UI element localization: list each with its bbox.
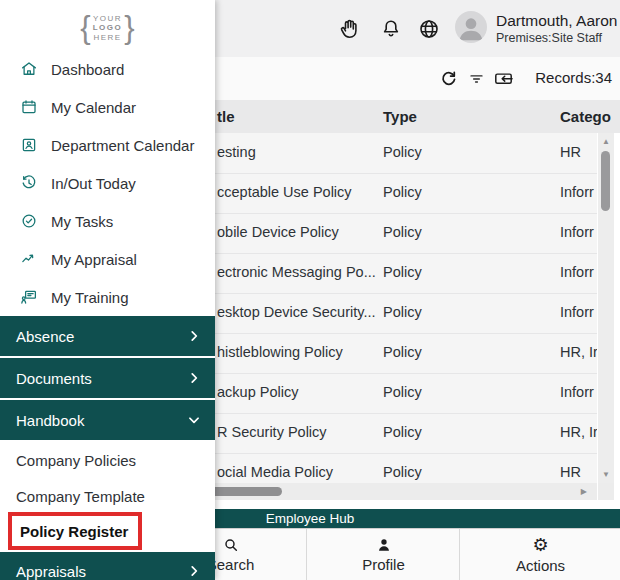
bell-icon[interactable] xyxy=(379,17,403,41)
wave-hand-icon[interactable] xyxy=(338,17,362,41)
profile-icon xyxy=(376,537,392,553)
sidebar-subitem-company-policies[interactable]: Company Policies xyxy=(0,442,215,478)
logo-right-brace: } xyxy=(124,8,134,48)
profile-button[interactable]: Profile xyxy=(306,529,460,580)
cell-title: cceptable Use Policy xyxy=(217,184,352,200)
scroll-up-icon[interactable]: ▲ xyxy=(598,137,614,146)
check-circle-icon xyxy=(20,212,38,230)
actions-button[interactable]: ⚙ Actions xyxy=(459,529,620,580)
cell-type: Policy xyxy=(383,424,422,440)
sidebar-section-appraisals[interactable]: Appraisals xyxy=(0,552,215,580)
user-role: Premises:Site Staff xyxy=(496,31,602,45)
sidebar-menu: { YOUR LOGO HERE } Dashboard My Calen xyxy=(0,0,215,580)
vertical-scrollbar-thumb[interactable] xyxy=(601,151,610,211)
horizontal-scrollbar-thumb[interactable] xyxy=(210,487,282,496)
sidebar-section-handbook[interactable]: Handbook xyxy=(0,400,215,440)
cell-category: HR xyxy=(560,144,581,160)
chevron-down-icon xyxy=(187,413,201,427)
calendar-icon xyxy=(20,98,38,116)
scrollbar-corner xyxy=(598,483,614,500)
sidebar-item-dashboard[interactable]: Dashboard xyxy=(0,50,215,88)
chevron-right-icon xyxy=(187,564,201,578)
cell-category: Inforr xyxy=(560,184,594,200)
cell-title: obile Device Policy xyxy=(217,224,339,240)
import-icon[interactable] xyxy=(493,68,514,89)
cell-title: ocial Media Policy xyxy=(217,464,333,480)
sidebar-item-label: Dashboard xyxy=(51,61,124,78)
sidebar-section-documents[interactable]: Documents xyxy=(0,358,215,398)
profile-button-label: Profile xyxy=(362,556,405,573)
scroll-right-icon[interactable]: ▶ xyxy=(581,487,587,496)
cell-type: Policy xyxy=(383,464,422,480)
cell-type: Policy xyxy=(383,264,422,280)
sidebar-item-label: My Tasks xyxy=(51,213,113,230)
refresh-icon[interactable] xyxy=(438,68,459,89)
cell-type: Policy xyxy=(383,224,422,240)
training-icon xyxy=(20,288,38,306)
cell-category: Inforr xyxy=(560,264,594,280)
search-icon xyxy=(223,537,239,553)
cell-type: Policy xyxy=(383,344,422,360)
chevron-right-icon xyxy=(187,329,201,343)
actions-button-label: Actions xyxy=(516,557,565,574)
subitem-label: Company Policies xyxy=(16,452,136,469)
employee-hub-app: Dartmouth, Aaron Premises:Site Staff Rec… xyxy=(0,0,620,580)
logo-left-brace: { xyxy=(80,8,90,48)
cell-type: Policy xyxy=(383,304,422,320)
vertical-scrollbar[interactable]: ▲ ▼ xyxy=(598,133,614,483)
column-header-category[interactable]: Catego xyxy=(560,108,611,125)
cell-category: HR, Ir xyxy=(560,344,597,360)
sidebar-subitem-company-template[interactable]: Company Template xyxy=(0,478,215,514)
records-count: Records:34 xyxy=(535,69,612,86)
cell-type: Policy xyxy=(383,384,422,400)
cell-category: Inforr xyxy=(560,384,594,400)
cell-type: Policy xyxy=(383,144,422,160)
sidebar-item-label: My Appraisal xyxy=(51,251,137,268)
user-avatar[interactable] xyxy=(455,11,487,43)
chevron-right-icon xyxy=(187,371,201,385)
sidebar-item-in-out-today[interactable]: In/Out Today xyxy=(0,164,215,202)
sidebar-item-label: My Training xyxy=(51,289,129,306)
section-label: Absence xyxy=(16,328,187,345)
logo-line: LOGO xyxy=(93,23,123,33)
cell-title: esting xyxy=(217,144,256,160)
cell-title: R Security Policy xyxy=(217,424,327,440)
section-label: Handbook xyxy=(16,412,187,429)
cell-category: HR xyxy=(560,464,581,480)
trend-chart-icon xyxy=(20,250,38,268)
cell-category: HR, Ir xyxy=(560,424,597,440)
column-header-type[interactable]: Type xyxy=(383,108,417,125)
clock-history-icon xyxy=(20,174,38,192)
cell-category: Inforr xyxy=(560,224,594,240)
cell-title: histleblowing Policy xyxy=(217,344,343,360)
sidebar-item-my-calendar[interactable]: My Calendar xyxy=(0,88,215,126)
filter-icon[interactable] xyxy=(466,68,487,89)
sidebar-item-my-training[interactable]: My Training xyxy=(0,278,215,316)
sidebar-section-absence[interactable]: Absence xyxy=(0,316,215,356)
cell-title: ackup Policy xyxy=(217,384,298,400)
sidebar-item-label: My Calendar xyxy=(51,99,136,116)
cell-title: ectronic Messaging Po... xyxy=(217,264,376,280)
user-name[interactable]: Dartmouth, Aaron xyxy=(496,12,617,30)
cell-category: Inforr xyxy=(560,304,594,320)
placeholder-logo: { YOUR LOGO HERE } xyxy=(0,8,215,48)
logo-line: HERE xyxy=(93,33,121,43)
section-label: Documents xyxy=(16,370,187,387)
sidebar-item-label: In/Out Today xyxy=(51,175,136,192)
subitem-label: Policy Register xyxy=(20,523,128,540)
sidebar-item-my-appraisal[interactable]: My Appraisal xyxy=(0,240,215,278)
column-header-title[interactable]: tle xyxy=(217,108,235,125)
gear-icon: ⚙ xyxy=(532,536,548,554)
globe-icon[interactable] xyxy=(417,17,441,41)
badge-calendar-icon xyxy=(20,136,38,154)
section-label: Appraisals xyxy=(16,563,187,580)
sidebar-item-my-tasks[interactable]: My Tasks xyxy=(0,202,215,240)
logo-line: YOUR xyxy=(93,14,122,24)
subitem-label: Company Template xyxy=(16,488,145,505)
scroll-down-icon[interactable]: ▼ xyxy=(598,470,614,479)
sidebar-subitem-policy-register[interactable]: Policy Register xyxy=(8,512,142,550)
cell-type: Policy xyxy=(383,184,422,200)
sidebar-item-department-calendar[interactable]: Department Calendar xyxy=(0,126,215,164)
sidebar-item-label: Department Calendar xyxy=(51,137,194,154)
cell-title: esktop Device Security... xyxy=(217,304,376,320)
